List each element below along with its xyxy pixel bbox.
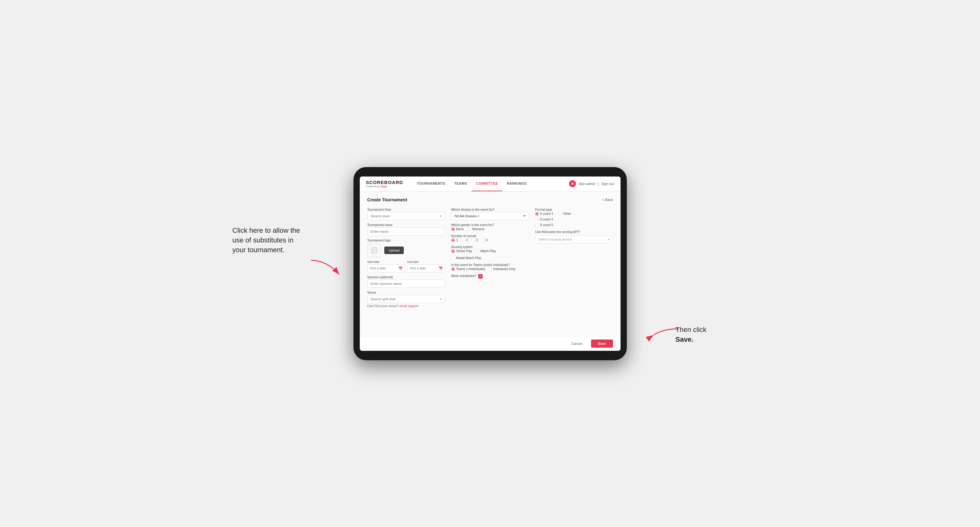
sponsor-input[interactable] bbox=[367, 279, 445, 288]
event-individuals-label: Individuals Only bbox=[493, 267, 515, 271]
tablet-device: SCOREBOARD Powered by clippd TOURNAMENTS… bbox=[353, 167, 627, 360]
venue-label: Venue bbox=[367, 291, 445, 294]
format-5count4[interactable]: 5 count 4 bbox=[535, 212, 553, 216]
substitutes-item: Allow substitutes? bbox=[451, 274, 529, 279]
substitutes-label: Allow substitutes? bbox=[451, 274, 476, 278]
save-button[interactable]: Save bbox=[591, 340, 613, 348]
logo-placeholder bbox=[367, 243, 381, 257]
scoring-stroke-radio[interactable] bbox=[451, 249, 455, 253]
name-input[interactable] bbox=[367, 227, 445, 235]
nav-committee[interactable]: COMMITTEE bbox=[472, 176, 503, 192]
scoring-api-group: Use third-party live scoring API? Select… bbox=[535, 230, 613, 243]
format-type-group: Format type 5 count 4 Other bbox=[535, 208, 613, 227]
tournament-logo-group: Tournament logo Upload bbox=[367, 239, 445, 257]
scoring-stroke-label: Stroke Play bbox=[456, 249, 472, 253]
event-individuals[interactable]: Individuals Only bbox=[488, 267, 515, 271]
rounds-4-radio[interactable] bbox=[481, 238, 485, 242]
scoring-api-label: Use third-party live scoring API? bbox=[535, 230, 613, 234]
tournament-host-group: Tournament Host ▼ bbox=[367, 208, 445, 220]
nav-items: TOURNAMENTS TEAMS COMMITTEE RANKINGS bbox=[412, 176, 570, 192]
scoring-match[interactable]: Match Play bbox=[476, 249, 496, 253]
logo-scoreboard: SCOREBOARD bbox=[366, 179, 403, 185]
nav-tournaments[interactable]: TOURNAMENTS bbox=[412, 176, 450, 192]
gender-mens-radio[interactable] bbox=[451, 227, 455, 231]
host-dropdown-icon: ▼ bbox=[439, 214, 442, 217]
format-5count4-radio[interactable] bbox=[535, 212, 539, 216]
scoring-match-radio[interactable] bbox=[476, 249, 479, 253]
gender-womens[interactable]: Womens bbox=[467, 227, 484, 231]
annotation-right: Then click Save. bbox=[676, 325, 735, 344]
svg-point-2 bbox=[373, 249, 374, 250]
rounds-2-label: 2 bbox=[466, 238, 468, 242]
start-date-icon: 📅 bbox=[398, 266, 403, 270]
gender-womens-label: Womens bbox=[472, 227, 484, 231]
event-teams-radio[interactable] bbox=[451, 267, 455, 271]
host-label: Tournament Host bbox=[367, 208, 445, 211]
format-other-radio[interactable] bbox=[558, 212, 562, 216]
rounds-3-radio[interactable] bbox=[471, 238, 475, 242]
format-6count5-radio[interactable] bbox=[535, 223, 539, 227]
cancel-button[interactable]: Cancel bbox=[566, 340, 588, 348]
gender-label: Which gender is the event for? bbox=[451, 223, 529, 227]
date-row: Start date 📅 End date 📅 bbox=[367, 260, 445, 272]
annotation-arrow-left bbox=[308, 257, 345, 283]
middle-column: Which division is the event for? NCAA Di… bbox=[451, 208, 529, 308]
venue-email-link[interactable]: email support bbox=[399, 304, 418, 308]
format-6count5[interactable]: 6 count 5 bbox=[535, 223, 613, 227]
scoring-select-arrow-icon: ▼ bbox=[607, 238, 611, 241]
scoring-stroke[interactable]: Stroke Play bbox=[451, 249, 472, 253]
scoring-system-label: Scoring system bbox=[451, 245, 529, 249]
annotation-left: Click here to allow the use of substitut… bbox=[232, 226, 308, 255]
right-column: Format type 5 count 4 Other bbox=[535, 208, 613, 308]
sign-out-link[interactable]: Sign out bbox=[601, 182, 614, 186]
page-content: Create Tournament < Back Tournament Host… bbox=[360, 192, 620, 336]
format-6count4[interactable]: 6 count 4 bbox=[535, 217, 613, 221]
rounds-3-label: 3 bbox=[476, 238, 478, 242]
scoring-radio-group: Stroke Play Match Play Medal Match Play bbox=[451, 249, 529, 260]
host-input[interactable] bbox=[367, 212, 445, 220]
scoring-medal-radio[interactable] bbox=[451, 256, 455, 260]
form-columns: Tournament Host ▼ Tournament name Tourna bbox=[367, 208, 613, 308]
nav-right: B blair admin | Sign out bbox=[569, 180, 614, 187]
name-label: Tournament name bbox=[367, 223, 445, 227]
page-title: Create Tournament bbox=[367, 197, 407, 202]
end-date-label: End date bbox=[407, 260, 445, 264]
scoring-system-group: Scoring system Stroke Play Match Play bbox=[451, 245, 529, 260]
rounds-1-radio[interactable] bbox=[451, 238, 455, 242]
format-other[interactable]: Other bbox=[558, 212, 571, 216]
scoring-service-select[interactable]: Select a scoring service bbox=[535, 235, 613, 243]
substitutes-checkbox[interactable] bbox=[478, 274, 483, 279]
upload-button[interactable]: Upload bbox=[384, 246, 404, 254]
division-select[interactable]: NCAA Division I bbox=[451, 212, 529, 220]
venue-group: Venue ▼ Can't find your venue? email sup… bbox=[367, 291, 445, 308]
nav-rankings[interactable]: RANKINGS bbox=[503, 176, 531, 192]
rounds-1[interactable]: 1 bbox=[451, 238, 458, 242]
page-header: Create Tournament < Back bbox=[367, 197, 613, 202]
start-date-label: Start date bbox=[367, 260, 405, 264]
nav-teams[interactable]: TEAMS bbox=[450, 176, 472, 192]
rounds-4[interactable]: 4 bbox=[481, 238, 488, 242]
event-teams[interactable]: Teams (+Individuals) bbox=[451, 267, 485, 271]
gender-womens-radio[interactable] bbox=[467, 227, 471, 231]
gender-mens[interactable]: Mens bbox=[451, 227, 464, 231]
scoring-medal[interactable]: Medal Match Play bbox=[451, 256, 481, 260]
division-group: Which division is the event for? NCAA Di… bbox=[451, 208, 529, 220]
rounds-1-label: 1 bbox=[456, 238, 458, 242]
nav-separator: | bbox=[598, 182, 599, 186]
rounds-3[interactable]: 3 bbox=[471, 238, 478, 242]
venue-input[interactable] bbox=[367, 295, 445, 303]
rounds-group: Number of rounds 1 2 bbox=[451, 234, 529, 242]
venue-dropdown-icon: ▼ bbox=[439, 297, 442, 300]
start-date-group: Start date 📅 bbox=[367, 260, 405, 272]
rounds-2[interactable]: 2 bbox=[461, 238, 468, 242]
tablet-screen: SCOREBOARD Powered by clippd TOURNAMENTS… bbox=[360, 176, 620, 351]
substitutes-group: Allow substitutes? bbox=[451, 274, 529, 279]
rounds-2-radio[interactable] bbox=[461, 238, 465, 242]
event-type-group: Is this event for Teams and/or Individua… bbox=[451, 263, 529, 271]
format-6count4-radio[interactable] bbox=[535, 217, 539, 221]
rounds-radio-group: 1 2 3 bbox=[451, 238, 529, 242]
event-type-label: Is this event for Teams and/or Individua… bbox=[451, 263, 529, 267]
event-individuals-radio[interactable] bbox=[488, 267, 492, 271]
back-button[interactable]: < Back bbox=[602, 198, 613, 202]
logo-powered: Powered by clippd bbox=[366, 185, 403, 188]
